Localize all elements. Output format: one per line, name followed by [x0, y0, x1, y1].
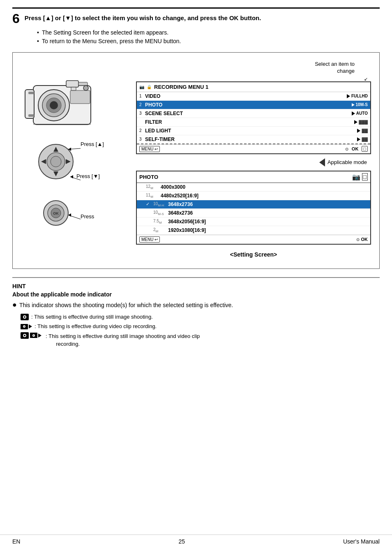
svg-text:OK: OK [53, 211, 59, 215]
menu-title-text: RECORDING MENU 1 [154, 84, 208, 90]
hint-icon-desc-video: : This setting is effective during video… [35, 322, 157, 331]
mode-box: □ [362, 173, 368, 180]
hint-icon-list: : This setting is effective during still… [21, 313, 380, 348]
svg-rect-8 [70, 90, 90, 104]
step-bullet-1: The Setting Screen for the selected item… [37, 28, 380, 37]
menu-title-bar: 📷 🔒 RECORDING MENU 1 [137, 82, 370, 92]
footer-lang: EN [12, 538, 20, 545]
footer-page: 25 [178, 538, 185, 545]
applicable-mode-arrow [319, 158, 325, 167]
still-image-icon [21, 314, 29, 320]
menu-item-filter: FILTER ▓▓▓ [137, 118, 370, 127]
hint-section: HINT About the applicable mode indicator… [0, 278, 392, 358]
step-number: 6 [12, 12, 20, 25]
menu-screen-wrapper: ↙ 📷 🔒 RECORDING MENU 1 1 VIDEO F [136, 81, 371, 154]
hint-bullet: ● This indicator shows the shooting mode… [12, 301, 380, 310]
select-label-container: Select an item to change [136, 61, 371, 75]
hint-icon-desc-still: : This setting is effective during still… [31, 313, 153, 321]
press-ok-label: Press [81, 213, 94, 220]
camera-illustration: OK Press [▲] Press [▼] Press [21, 61, 128, 238]
both-icons [21, 332, 42, 339]
svg-point-16 [51, 156, 61, 167]
hint-bullet-text: This indicator shows the shooting mode(s… [19, 301, 233, 310]
diagram-area: OK Press [▲] Press [▼] Press Select an [12, 52, 380, 269]
menu-item-led: 2 LED LIGHT ▓▓ [137, 127, 370, 135]
setting-screen-caption: <Setting Screen> [136, 249, 371, 260]
setting-bottom: MENU ↩ ⊙ OK [137, 235, 370, 244]
svg-point-4 [50, 101, 58, 109]
svg-rect-9 [71, 87, 76, 90]
menu-item-selftimer: 3 SELF-TIMER ▓▓ [137, 135, 370, 144]
arrow-right-icon [357, 137, 360, 141]
svg-rect-5 [66, 81, 78, 87]
menu-item-photo: 2 PHOTO 10M-S [137, 101, 370, 109]
applicable-mode-label: Applicable mode [136, 158, 371, 167]
menu-item-video: 1 VIDEO FULLHD [137, 92, 370, 101]
setting-icons: 📷 □ [352, 173, 368, 181]
menu-bottom-bar: MENU ↩ ⊙ OK □ [137, 144, 370, 153]
setting-item-1920: 2M 1920x1080[16:9] [137, 226, 370, 235]
arrow-right-white-icon [352, 103, 355, 106]
footer-title: User's Manual [343, 538, 380, 545]
hint-icon-row-both: : This setting is effective during still… [21, 332, 380, 348]
svg-rect-12 [28, 92, 34, 94]
setting-title-text: PHOTO [139, 174, 158, 180]
camera-svg: OK [21, 61, 115, 238]
setting-screen: PHOTO 📷 □ 12M 4000x3000 11M 4480x2520[16… [136, 171, 371, 245]
step-section: 6 Press [▲] or [▼] to select the item yo… [0, 9, 392, 46]
menu-btn[interactable]: MENU ↩ [139, 146, 160, 152]
svg-marker-29 [70, 175, 73, 178]
svg-rect-13 [28, 114, 34, 117]
screen-side: Select an item to change ↙ 📷 🔒 RECORDING… [136, 61, 371, 260]
arrow-right-icon [352, 111, 355, 116]
setting-item-3648-75: 7.5M 3648x2056[16:9] [137, 217, 370, 226]
setting-menu-btn[interactable]: MENU ↩ [139, 236, 160, 243]
arrow-right-icon [354, 120, 357, 124]
setting-ok-btn[interactable]: OK [361, 237, 368, 242]
hint-icon-row-video: : This setting is effective during video… [21, 322, 380, 331]
select-label: Select an item to change [136, 61, 371, 75]
setting-item-3648-s: 10M-S 3648x2736 [137, 209, 370, 217]
step-bullets: The Setting Screen for the selected item… [37, 28, 380, 46]
menu-item-scene: 3 SCENE SELECT AUTO [137, 109, 370, 118]
arrow-right-icon [347, 94, 350, 98]
video-clip-icon [21, 324, 32, 329]
hint-subtitle: About the applicable mode indicator [12, 291, 380, 298]
step-header: 6 Press [▲] or [▼] to select the item yo… [12, 14, 380, 25]
svg-rect-6 [78, 82, 88, 86]
setting-item-4000: 12M 4000x3000 [137, 183, 370, 192]
setting-item-4480: 11M 4480x2520[16:9] [137, 192, 370, 200]
arrow-right-icon [357, 129, 360, 133]
step-title: Press [▲] or [▼] to select the item you … [25, 14, 261, 22]
hint-icon-row-still: : This setting is effective during still… [21, 313, 380, 321]
still-camera-icon: 📷 [352, 173, 360, 181]
step-bullet-2: To return to the Menu Screen, press the … [37, 37, 380, 46]
ok-btn[interactable]: OK [352, 146, 359, 151]
press-down-label: Press [▼] [76, 173, 100, 179]
menu-screen: 📷 🔒 RECORDING MENU 1 1 VIDEO FULLHD [136, 81, 371, 154]
setting-item-3648-h: ✓ 10M-H 3648x2736 [137, 200, 370, 209]
hint-icon-desc-both: : This setting is effective during still… [46, 332, 200, 348]
press-up-label: Press [▲] [81, 141, 104, 147]
svg-point-10 [83, 86, 88, 90]
setting-title-bar: PHOTO 📷 □ [137, 171, 370, 183]
hint-title: HINT [12, 283, 380, 289]
footer: EN 25 User's Manual [0, 534, 392, 545]
svg-marker-30 [68, 213, 71, 217]
